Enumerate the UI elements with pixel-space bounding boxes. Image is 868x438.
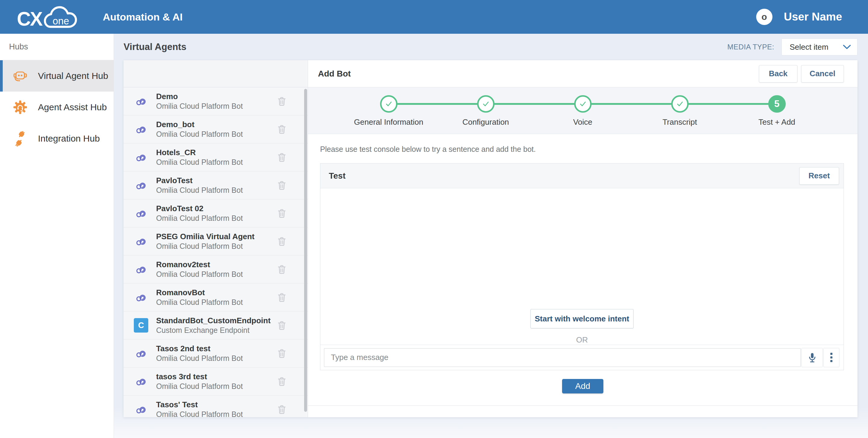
wizard-step[interactable]: 5 Test + Add: [728, 95, 826, 127]
omilia-cloud-icon: [134, 150, 148, 165]
message-input[interactable]: [324, 348, 801, 367]
reset-button[interactable]: Reset: [799, 167, 839, 184]
bot-list-item[interactable]: PSEG Omilia Virtual Agent Omilia Cloud P…: [124, 228, 308, 256]
bot-type: Custom Exchange Endpoint: [156, 326, 271, 335]
microphone-button[interactable]: [801, 348, 823, 367]
wizard-step[interactable]: General Information: [340, 95, 437, 127]
trash-icon[interactable]: [275, 234, 288, 248]
bot-name: Hotels_CR: [156, 147, 243, 158]
bot-list-item[interactable]: PavloTest 02 Omilia Cloud Platform Bot: [124, 199, 308, 228]
bot-type: Omilia Cloud Platform Bot: [156, 382, 243, 391]
add-button[interactable]: Add: [562, 379, 603, 394]
bot-type: Omilia Cloud Platform Bot: [156, 242, 255, 251]
trash-icon[interactable]: [275, 122, 288, 136]
bot-list-item[interactable]: Romanov2test Omilia Cloud Platform Bot: [124, 256, 308, 283]
kebab-menu-icon: [830, 353, 832, 355]
media-type-select[interactable]: Select item: [781, 39, 858, 56]
omilia-cloud-icon: [134, 122, 148, 136]
cxone-logo-cx-text: CX: [17, 7, 42, 30]
wizard-step[interactable]: Transcript: [631, 95, 728, 127]
more-options-button[interactable]: [824, 348, 839, 367]
wizard-title: Add Bot: [318, 69, 351, 79]
bot-list-item[interactable]: PavloTest Omilia Cloud Platform Bot: [124, 171, 308, 199]
wizard-footer-divider: [308, 405, 858, 406]
trash-icon[interactable]: [275, 402, 288, 416]
sidebar-item-label: Agent Assist Hub: [38, 102, 107, 112]
bot-type: Omilia Cloud Platform Bot: [156, 298, 243, 307]
app-root: CX one Automation & AI o User Name Hubs: [0, 0, 868, 438]
bot-list-item[interactable]: Tasos' Test Omilia Cloud Platform Bot: [124, 396, 308, 417]
check-icon: [578, 99, 588, 109]
sidebar-item-label: Virtual Agent Hub: [38, 71, 108, 81]
bot-list-panel: Demo Omilia Cloud Platform Bot Demo_bot: [124, 60, 308, 417]
check-icon: [481, 99, 491, 109]
app-title: Automation & AI: [103, 11, 183, 23]
avatar[interactable]: o: [756, 9, 772, 25]
sidebar-item-agent-assist-hub[interactable]: Agent Assist Hub: [0, 92, 114, 123]
bot-list-item[interactable]: Demo_bot Omilia Cloud Platform Bot: [124, 115, 308, 143]
step-circle: [477, 95, 495, 113]
trash-icon[interactable]: [275, 94, 288, 108]
bot-name: Demo_bot: [156, 120, 243, 130]
wizard-step[interactable]: Configuration: [437, 95, 534, 127]
bot-list-item[interactable]: Hotels_CR Omilia Cloud Platform Bot: [124, 143, 308, 171]
bot-name: Tasos 2nd test: [156, 344, 243, 353]
omilia-cloud-icon: [134, 346, 148, 361]
start-with-welcome-intent-button[interactable]: Start with welcome intent: [530, 309, 633, 328]
add-bot-wizard: Add Bot Back Cancel General Information …: [308, 60, 858, 417]
check-icon: [675, 99, 685, 109]
trash-icon[interactable]: [275, 374, 288, 389]
trash-icon[interactable]: [275, 346, 288, 361]
wizard-step[interactable]: Voice: [534, 95, 631, 127]
back-button[interactable]: Back: [759, 65, 798, 82]
robot-icon: [11, 67, 29, 85]
chevron-down-icon: [843, 44, 851, 50]
cancel-button[interactable]: Cancel: [801, 65, 844, 82]
bot-list-item[interactable]: Tasos 2nd test Omilia Cloud Platform Bot: [124, 339, 308, 368]
bot-list-item[interactable]: tasos 3rd test Omilia Cloud Platform Bot: [124, 368, 308, 396]
trash-icon[interactable]: [275, 290, 288, 305]
bot-name: Tasos' Test: [156, 400, 243, 410]
page-title: Virtual Agents: [124, 41, 186, 53]
bot-list: Demo Omilia Cloud Platform Bot Demo_bot: [124, 87, 308, 417]
trash-icon[interactable]: [275, 262, 288, 276]
sidebar-item-integration-hub[interactable]: Integration Hub: [0, 123, 114, 154]
omilia-cloud-icon: [134, 178, 148, 193]
bot-type: Omilia Cloud Platform Bot: [156, 270, 243, 279]
gear-headset-icon: [11, 99, 29, 116]
content-card: Demo Omilia Cloud Platform Bot Demo_bot: [124, 60, 858, 417]
sidebar: Hubs Virtual Agent Hub: [0, 34, 114, 438]
trash-icon[interactable]: [275, 206, 288, 221]
cxone-cloud-icon: one: [39, 3, 82, 30]
list-scrollbar-thumb[interactable]: [304, 89, 307, 412]
bot-name: PavloTest 02: [156, 204, 243, 213]
page-toolbar: Virtual Agents MEDIA TYPE: Select item: [114, 34, 868, 60]
trash-icon[interactable]: [275, 318, 288, 333]
omilia-cloud-icon: [134, 402, 148, 416]
bot-type: Omilia Cloud Platform Bot: [156, 102, 243, 111]
bot-type: Omilia Cloud Platform Bot: [156, 353, 243, 363]
bot-list-item[interactable]: Demo Omilia Cloud Platform Bot: [124, 87, 308, 115]
omilia-cloud-icon: [134, 206, 148, 221]
bot-list-item[interactable]: C StandardBot_CustomEndpoint Custom Exch…: [124, 311, 308, 339]
step-label: Voice: [573, 117, 592, 127]
step-number: 5: [774, 99, 779, 109]
chat-transcript-area: Start with welcome intent OR: [320, 188, 844, 345]
test-console-panel: Test Reset Start with welcome intent OR: [320, 163, 844, 370]
bot-name: tasos 3rd test: [156, 372, 243, 382]
media-type-label: MEDIA TYPE:: [727, 43, 774, 51]
step-circle: 5: [768, 95, 786, 113]
trash-icon[interactable]: [275, 178, 288, 193]
omilia-cloud-icon: [134, 234, 148, 248]
user-menu[interactable]: o User Name: [756, 9, 842, 25]
bot-type: Omilia Cloud Platform Bot: [156, 410, 243, 417]
sidebar-item-virtual-agent-hub[interactable]: Virtual Agent Hub: [0, 60, 114, 92]
trash-icon[interactable]: [275, 150, 288, 165]
step-label: Test + Add: [758, 117, 795, 127]
bot-list-item[interactable]: RomanovBot Omilia Cloud Platform Bot: [124, 283, 308, 311]
plug-icon: [11, 130, 29, 147]
bot-name: Demo: [156, 92, 243, 102]
or-separator-label: OR: [320, 335, 844, 345]
bot-name: PavloTest: [156, 176, 243, 186]
wizard-header: Add Bot Back Cancel: [308, 60, 858, 87]
